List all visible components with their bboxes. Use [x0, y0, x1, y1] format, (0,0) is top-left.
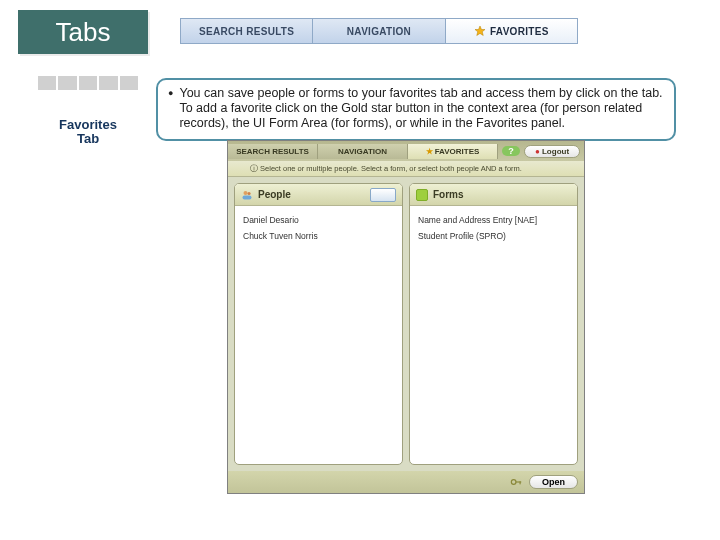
- embedded-screenshot: SEARCH RESULTS NAVIGATION ★FAVORITES ? ●…: [227, 140, 585, 494]
- bullet-icon: ●: [168, 88, 173, 131]
- embed-tab-search[interactable]: SEARCH RESULTS: [228, 144, 318, 159]
- tab-favorites-label: FAVORITES: [490, 26, 549, 37]
- embed-footer: Open: [228, 471, 584, 493]
- people-list: Daniel Desario Chuck Tuven Norris: [235, 206, 402, 464]
- callout-line2: Tab: [44, 132, 132, 146]
- logout-icon: ●: [535, 147, 540, 156]
- svg-point-4: [511, 480, 516, 485]
- people-header: People: [258, 189, 291, 200]
- tab-navigation[interactable]: NAVIGATION: [313, 19, 445, 43]
- svg-marker-0: [475, 26, 485, 36]
- svg-point-1: [244, 191, 248, 195]
- embed-tab-favorites[interactable]: ★FAVORITES: [408, 144, 498, 159]
- people-icon: [241, 189, 253, 201]
- slide-title-badge: Tabs: [18, 10, 148, 54]
- list-item[interactable]: Name and Address Entry [NAE]: [418, 212, 569, 228]
- tab-favorites[interactable]: FAVORITES: [446, 19, 577, 43]
- forms-icon: [416, 189, 428, 201]
- key-icon: [509, 475, 523, 489]
- people-dropdown[interactable]: [370, 188, 396, 202]
- help-button[interactable]: ?: [502, 146, 520, 156]
- logout-button[interactable]: ● Logout: [524, 145, 580, 158]
- forms-list: Name and Address Entry [NAE] Student Pro…: [410, 206, 577, 464]
- list-item[interactable]: Student Profile (SPRO): [418, 228, 569, 244]
- svg-rect-3: [243, 195, 252, 199]
- tab-search-results[interactable]: SEARCH RESULTS: [181, 19, 313, 43]
- logout-label: Logout: [542, 147, 569, 156]
- header-tab-bar: SEARCH RESULTS NAVIGATION FAVORITES: [180, 18, 578, 44]
- description-box: ● You can save people or forms to your f…: [156, 78, 676, 141]
- description-text: You can save people or forms to your fav…: [179, 86, 664, 131]
- embed-tab-navigation[interactable]: NAVIGATION: [318, 144, 408, 159]
- list-item[interactable]: Daniel Desario: [243, 212, 394, 228]
- people-panel: People Daniel Desario Chuck Tuven Norris: [234, 183, 403, 465]
- list-item[interactable]: Chuck Tuven Norris: [243, 228, 394, 244]
- svg-rect-6: [519, 481, 520, 484]
- star-icon: ★: [426, 147, 433, 156]
- embed-hint-text: ⓘ Select one or multiple people. Select …: [228, 161, 584, 177]
- embed-tab-bar: SEARCH RESULTS NAVIGATION ★FAVORITES ? ●…: [228, 141, 584, 161]
- embed-hint-label: Select one or multiple people. Select a …: [260, 164, 522, 173]
- embed-tab-favorites-label: FAVORITES: [435, 147, 480, 156]
- svg-point-2: [247, 191, 250, 194]
- chevron-ribbon-icon: [38, 76, 138, 90]
- forms-panel: Forms Name and Address Entry [NAE] Stude…: [409, 183, 578, 465]
- favorites-tab-callout: Favorites Tab: [38, 76, 138, 157]
- forms-header: Forms: [433, 189, 464, 200]
- callout-line1: Favorites: [44, 118, 132, 132]
- open-button[interactable]: Open: [529, 475, 578, 489]
- star-icon: [474, 25, 486, 37]
